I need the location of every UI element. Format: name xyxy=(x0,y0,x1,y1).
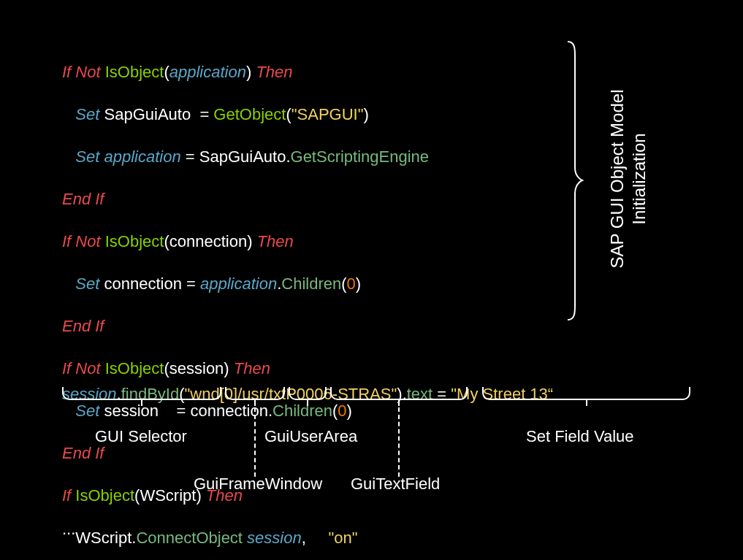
label-set-field-value: Set Field Value xyxy=(526,427,634,446)
code-line: WScript.ConnectObject session, "on" xyxy=(62,527,429,548)
code-line: End If xyxy=(62,188,429,210)
bracket-gui-text-field xyxy=(330,387,468,400)
dashed-connector xyxy=(398,407,400,477)
bracket-gui-user-area xyxy=(289,387,327,400)
bracket-gui-selector xyxy=(62,387,221,400)
label-gui-user-area: GuiUserArea xyxy=(264,427,357,446)
code-line: If Not IsObject(application) Then xyxy=(62,61,429,83)
label-gui-text-field: GuiTextField xyxy=(351,475,440,494)
bracket-gui-frame-window xyxy=(225,387,285,400)
ellipsis: ... xyxy=(62,520,75,539)
bracket-set-field-value xyxy=(482,387,690,400)
label-gui-selector: GUI Selector xyxy=(95,427,187,446)
right-brace-label: SAP GUI Object Model Initialization xyxy=(606,37,650,321)
brace-right xyxy=(566,40,584,321)
code-line: Set SapGuiAuto = GetObject("SAPGUI") xyxy=(62,104,429,125)
code-line: Set application = SapGuiAuto.GetScriptin… xyxy=(62,146,429,167)
dashed-connector xyxy=(254,407,256,477)
code-line: End If xyxy=(62,315,429,337)
code-line: If Not IsObject(connection) Then xyxy=(62,231,429,252)
label-gui-frame-window: GuiFrameWindow xyxy=(194,475,322,494)
code-line: Set connection = application.Children(0) xyxy=(62,273,429,294)
bracket-annotations xyxy=(0,387,743,460)
